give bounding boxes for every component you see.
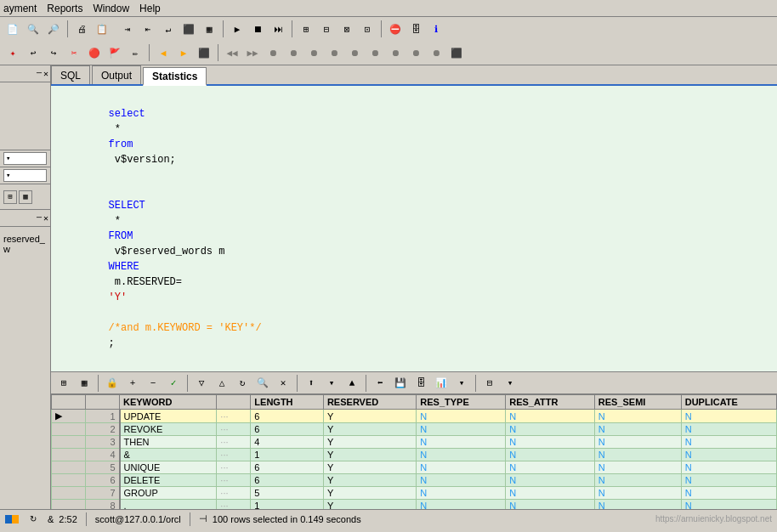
- grid-tb-grid3[interactable]: ⊟: [480, 374, 499, 393]
- tb-cut-btn[interactable]: ✂: [65, 43, 83, 62]
- status-refresh-btn[interactable]: ↻: [24, 510, 43, 529]
- row-num-cell: 6: [86, 474, 120, 487]
- tb-indent5-btn[interactable]: ▦: [200, 20, 218, 38]
- lp-combo2[interactable]: ▾: [3, 169, 47, 182]
- tb-stop-btn[interactable]: ⏹: [248, 20, 267, 38]
- row-arrow-cell: [52, 487, 86, 500]
- grid-tb-table2[interactable]: ▦: [75, 374, 94, 393]
- grid-tb-lock[interactable]: 🔒: [103, 374, 122, 393]
- row-num-cell: 2: [86, 423, 120, 436]
- col-res-semi[interactable]: RES_SEMI: [594, 395, 681, 410]
- col-reserved[interactable]: RESERVED: [323, 395, 416, 410]
- col-res-attr[interactable]: RES_ATTR: [506, 395, 595, 410]
- tb-print-btn[interactable]: 🖨: [72, 20, 91, 38]
- grid-tb-export2[interactable]: ▾: [322, 374, 341, 393]
- tb-nav2-btn[interactable]: ▶: [174, 43, 193, 62]
- row-arrow-cell: ▶: [52, 410, 86, 423]
- col-dots: [217, 395, 251, 410]
- tb-redo-btn[interactable]: ↪: [44, 43, 63, 62]
- lp-x-icon[interactable]: ✕: [43, 69, 48, 79]
- toolbar-row-2: ✦ ↩ ↪ ✂ 🔴 🚩 ✏ ◀ ▶ ⬛ ◀◀ ▶▶ ⏺ ⏺ ⏺ ⏺ ⏺ ⏺ ⏺ …: [0, 41, 777, 65]
- cell-reserved: Y: [323, 449, 416, 461]
- grid-tb-db[interactable]: 🗄: [411, 374, 430, 393]
- grid-tb-up[interactable]: ▲: [343, 374, 361, 393]
- lp-pin-icon[interactable]: ─: [37, 69, 42, 78]
- col-keyword[interactable]: KEYWORD: [120, 395, 217, 410]
- tab-sql[interactable]: SQL: [51, 65, 90, 84]
- tab-output[interactable]: Output: [92, 65, 141, 84]
- menu-reports[interactable]: Reports: [47, 3, 82, 14]
- cell-keyword: DELETE: [120, 474, 217, 487]
- cell-res-attr: N: [506, 449, 595, 461]
- cell-dots: ···: [217, 436, 251, 449]
- tb-run-btn[interactable]: ▶: [228, 20, 247, 38]
- col-length[interactable]: LENGTH: [251, 395, 324, 410]
- lp-combo[interactable]: ▾: [3, 152, 47, 165]
- tb-step-btn[interactable]: ⏭: [269, 20, 287, 38]
- col-res-type[interactable]: RES_TYPE: [417, 395, 506, 410]
- tb-indent2-btn[interactable]: ⇤: [139, 20, 157, 38]
- grid-tb-minus[interactable]: −: [144, 374, 162, 393]
- grid-tb-refresh[interactable]: ↻: [233, 374, 252, 393]
- cell-res-type: N: [417, 436, 506, 449]
- grid-tb-search[interactable]: 🔍: [253, 374, 272, 393]
- tb-grid2-btn[interactable]: ⊟: [317, 20, 336, 38]
- menu-help[interactable]: Help: [139, 3, 161, 14]
- grid-tb-chart[interactable]: 📊: [432, 374, 451, 393]
- grid-tb-filter-up[interactable]: △: [213, 374, 231, 393]
- menu-ayment[interactable]: ayment: [3, 3, 37, 14]
- tb-indent4-btn[interactable]: ⬛: [179, 20, 198, 38]
- col-arrow: [52, 395, 86, 410]
- tb-edit-btn[interactable]: ✏: [126, 43, 145, 62]
- tb-indent3-btn[interactable]: ↵: [159, 20, 178, 38]
- data-grid-wrap[interactable]: KEYWORD LENGTH RESERVED RES_TYPE RES_ATT…: [51, 394, 777, 509]
- grid-tb-check[interactable]: ✓: [164, 374, 183, 393]
- tb-grid-btn[interactable]: ⊞: [297, 20, 315, 38]
- menu-window[interactable]: Window: [93, 3, 129, 14]
- col-duplicate[interactable]: DUPLICATE: [681, 395, 776, 410]
- cell-res-attr: N: [506, 436, 595, 449]
- grid-tb-clear[interactable]: ✕: [274, 374, 292, 393]
- grid-tb-add[interactable]: +: [123, 374, 142, 393]
- lp-icon1[interactable]: ⊞: [3, 190, 17, 204]
- tb-new-btn[interactable]: 📄: [3, 20, 22, 38]
- tb-undo-btn[interactable]: ↩: [24, 43, 43, 62]
- grid-tb-grid4[interactable]: ▾: [501, 374, 519, 393]
- tb-red2-btn[interactable]: 🔴: [85, 43, 104, 62]
- cell-duplicate: N: [681, 487, 776, 500]
- tb-red-stop[interactable]: ⛔: [386, 20, 405, 38]
- grid-tb-filter-down[interactable]: ▽: [192, 374, 211, 393]
- grid-tb-chart2[interactable]: ▾: [452, 374, 471, 393]
- tb-open-btn[interactable]: 🔍: [24, 20, 43, 38]
- grid-tb-table[interactable]: ⊞: [54, 374, 73, 393]
- lp-icon2[interactable]: ▦: [19, 190, 32, 204]
- cell-duplicate: N: [681, 449, 776, 461]
- tb-commit-btn[interactable]: ⬛: [447, 43, 466, 62]
- tb-grid3-btn[interactable]: ⊠: [337, 20, 356, 38]
- tb-indent1-btn[interactable]: ⇥: [118, 20, 137, 38]
- tb-nav3-btn[interactable]: ⬛: [195, 43, 213, 62]
- tb-print2-btn[interactable]: 📋: [93, 20, 111, 38]
- grid-tb-import[interactable]: 💾: [391, 374, 410, 393]
- tb-grid4-btn[interactable]: ⊡: [358, 20, 377, 38]
- row-arrow-cell: [52, 423, 86, 436]
- cell-dots: ···: [217, 500, 251, 510]
- main-layout: ─ ✕ ▾ ▾ ⊞ ▦ ─ ✕ reserved_w SQL: [0, 65, 777, 509]
- cell-res-type: N: [417, 449, 506, 461]
- tb-nav1-btn[interactable]: ◀: [154, 43, 173, 62]
- tab-statistics[interactable]: Statistics: [143, 67, 207, 86]
- tb-info-btn[interactable]: ℹ: [427, 20, 445, 38]
- tb-arrow-btn[interactable]: ✦: [3, 43, 22, 62]
- lp-pin2-icon[interactable]: ─: [37, 213, 42, 223]
- sql-editor[interactable]: select * from v$version; SELECT * FROM v…: [51, 86, 777, 372]
- grid-tb-export[interactable]: ⬆: [302, 374, 320, 393]
- grid-tb-save[interactable]: ⬅: [371, 374, 389, 393]
- tb-search-btn[interactable]: 🔎: [44, 20, 63, 38]
- lp-x2-icon[interactable]: ✕: [43, 213, 48, 224]
- cell-res-semi: N: [594, 410, 681, 423]
- cell-res-type: N: [417, 500, 506, 510]
- tb-flag-btn[interactable]: 🚩: [105, 43, 124, 62]
- status-connection: scott@127.0.0.1/orcl: [95, 514, 181, 524]
- row-num-cell: 5: [86, 461, 120, 474]
- tb-db-btn[interactable]: 🗄: [406, 20, 425, 38]
